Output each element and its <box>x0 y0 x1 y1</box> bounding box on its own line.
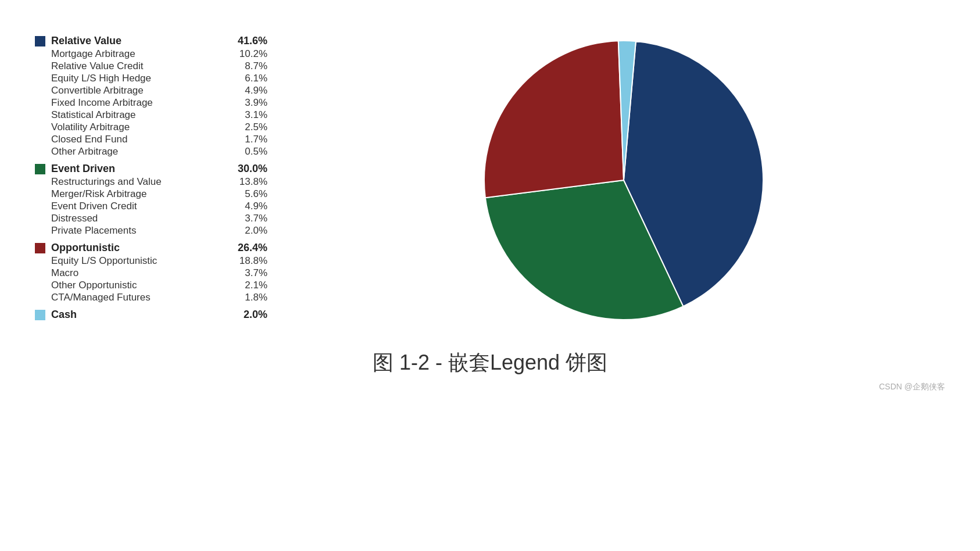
legend-sub-label-relative_value-4: Fixed Income Arbitrage <box>51 97 233 109</box>
legend-sub-label-relative_value-2: Equity L/S High Hedge <box>51 73 233 84</box>
legend-sub-row-event_driven-4: Private Placements2.0% <box>51 225 267 237</box>
legend-main-value-relative_value: 41.6% <box>233 35 267 47</box>
legend-sub-value-event_driven-1: 5.6% <box>233 188 267 200</box>
legend-sub-label-opportunistic-1: Macro <box>51 267 233 279</box>
legend-sub-value-relative_value-5: 3.1% <box>233 109 267 121</box>
legend-sub-row-relative_value-4: Fixed Income Arbitrage3.9% <box>51 97 267 109</box>
legend-sub-value-relative_value-3: 4.9% <box>233 85 267 96</box>
legend-sub-label-relative_value-5: Statistical Arbitrage <box>51 109 233 121</box>
legend-sub-value-relative_value-6: 2.5% <box>233 121 267 133</box>
legend-sub-row-relative_value-6: Volatility Arbitrage2.5% <box>51 121 267 133</box>
legend-container: Relative Value41.6%Mortgage Arbitrage10.… <box>35 23 267 324</box>
legend-sub-row-relative_value-0: Mortgage Arbitrage10.2% <box>51 48 267 60</box>
legend-sub-row-event_driven-2: Event Driven Credit4.9% <box>51 201 267 212</box>
legend-sub-label-event_driven-2: Event Driven Credit <box>51 201 233 212</box>
legend-group-relative_value: Relative Value41.6%Mortgage Arbitrage10.… <box>35 35 267 160</box>
legend-sub-label-opportunistic-3: CTA/Managed Futures <box>51 292 233 303</box>
legend-sub-row-relative_value-3: Convertible Arbitrage4.9% <box>51 85 267 96</box>
legend-group-cash: Cash2.0% <box>35 309 267 322</box>
legend-main-label-cash: Cash <box>51 309 233 321</box>
legend-sub-value-opportunistic-0: 18.8% <box>233 255 267 267</box>
chart-container <box>302 23 945 331</box>
legend-sub-label-event_driven-0: Restructurings and Value <box>51 176 233 188</box>
footer: 图 1-2 - 嵌套Legend 饼图 CSDN @企鹅侠客 <box>0 349 980 392</box>
legend-color-opportunistic <box>35 243 45 253</box>
legend-sub-value-relative_value-7: 1.7% <box>233 134 267 145</box>
legend-color-event_driven <box>35 164 45 174</box>
legend-sub-row-event_driven-0: Restructurings and Value13.8% <box>51 176 267 188</box>
legend-group-event_driven: Event Driven30.0%Restructurings and Valu… <box>35 163 267 239</box>
chart-title: 图 1-2 - 嵌套Legend 饼图 <box>373 349 607 377</box>
legend-sub-value-event_driven-3: 3.7% <box>233 213 267 224</box>
legend-sub-row-relative_value-1: Relative Value Credit8.7% <box>51 60 267 72</box>
legend-sub-value-event_driven-2: 4.9% <box>233 201 267 212</box>
watermark: CSDN @企鹅侠客 <box>879 382 980 392</box>
legend-sub-label-opportunistic-0: Equity L/S Opportunistic <box>51 255 233 267</box>
legend-main-label-opportunistic: Opportunistic <box>51 242 233 254</box>
pie-chart <box>473 29 775 331</box>
legend-sub-label-relative_value-8: Other Arbitrage <box>51 146 233 158</box>
legend-sub-value-event_driven-4: 2.0% <box>233 225 267 237</box>
legend-main-row-relative_value: Relative Value41.6% <box>35 35 267 47</box>
legend-sub-value-relative_value-0: 10.2% <box>233 48 267 60</box>
pie-segment-opportunistic <box>484 41 624 198</box>
legend-sub-row-opportunistic-0: Equity L/S Opportunistic18.8% <box>51 255 267 267</box>
legend-main-row-event_driven: Event Driven30.0% <box>35 163 267 175</box>
legend-sub-row-opportunistic-3: CTA/Managed Futures1.8% <box>51 292 267 303</box>
legend-main-value-cash: 2.0% <box>233 309 267 321</box>
legend-sub-value-opportunistic-2: 2.1% <box>233 280 267 291</box>
legend-sub-row-relative_value-5: Statistical Arbitrage3.1% <box>51 109 267 121</box>
legend-sub-value-opportunistic-3: 1.8% <box>233 292 267 303</box>
legend-sub-label-relative_value-6: Volatility Arbitrage <box>51 121 233 133</box>
legend-sub-label-event_driven-4: Private Placements <box>51 225 233 237</box>
legend-main-row-cash: Cash2.0% <box>35 309 267 321</box>
legend-sub-value-relative_value-2: 6.1% <box>233 73 267 84</box>
legend-sub-row-event_driven-1: Merger/Risk Arbitrage5.6% <box>51 188 267 200</box>
legend-group-opportunistic: Opportunistic26.4%Equity L/S Opportunist… <box>35 242 267 306</box>
legend-main-row-opportunistic: Opportunistic26.4% <box>35 242 267 254</box>
legend-sub-label-relative_value-3: Convertible Arbitrage <box>51 85 233 96</box>
legend-sub-label-event_driven-3: Distressed <box>51 213 233 224</box>
legend-sub-value-event_driven-0: 13.8% <box>233 176 267 188</box>
legend-main-value-event_driven: 30.0% <box>233 163 267 175</box>
legend-sub-row-opportunistic-1: Macro3.7% <box>51 267 267 279</box>
legend-sub-row-event_driven-3: Distressed3.7% <box>51 213 267 224</box>
legend-main-label-relative_value: Relative Value <box>51 35 233 47</box>
legend-sub-row-relative_value-7: Closed End Fund1.7% <box>51 134 267 145</box>
legend-color-cash <box>35 310 45 320</box>
legend-main-label-event_driven: Event Driven <box>51 163 233 175</box>
legend-sub-rows-opportunistic: Equity L/S Opportunistic18.8%Macro3.7%Ot… <box>35 255 267 304</box>
legend-sub-rows-relative_value: Mortgage Arbitrage10.2%Relative Value Cr… <box>35 48 267 158</box>
legend-sub-label-relative_value-0: Mortgage Arbitrage <box>51 48 233 60</box>
legend-sub-label-relative_value-1: Relative Value Credit <box>51 60 233 72</box>
main-container: Relative Value41.6%Mortgage Arbitrage10.… <box>0 0 980 343</box>
legend-sub-value-relative_value-1: 8.7% <box>233 60 267 72</box>
legend-sub-value-relative_value-4: 3.9% <box>233 97 267 109</box>
legend-main-value-opportunistic: 26.4% <box>233 242 267 254</box>
legend-sub-row-relative_value-8: Other Arbitrage0.5% <box>51 146 267 158</box>
legend-sub-label-opportunistic-2: Other Opportunistic <box>51 280 233 291</box>
legend-sub-label-relative_value-7: Closed End Fund <box>51 134 233 145</box>
legend-color-relative_value <box>35 36 45 46</box>
legend-sub-label-event_driven-1: Merger/Risk Arbitrage <box>51 188 233 200</box>
legend-sub-value-relative_value-8: 0.5% <box>233 146 267 158</box>
legend-sub-value-opportunistic-1: 3.7% <box>233 267 267 279</box>
legend-sub-row-opportunistic-2: Other Opportunistic2.1% <box>51 280 267 291</box>
legend-sub-row-relative_value-2: Equity L/S High Hedge6.1% <box>51 73 267 84</box>
legend-sub-rows-event_driven: Restructurings and Value13.8%Merger/Risk… <box>35 176 267 237</box>
